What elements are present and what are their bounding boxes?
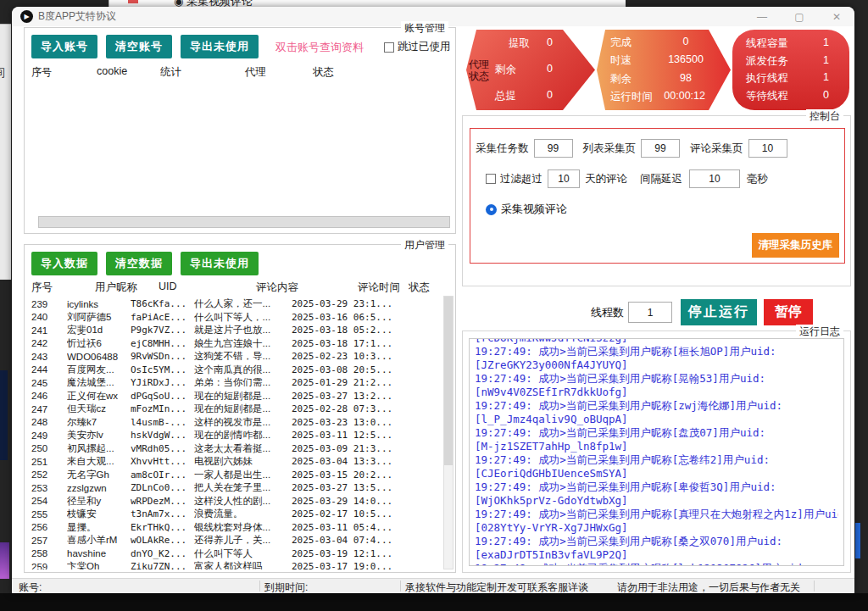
close-icon[interactable]: ✕ (831, 11, 843, 23)
account-column-header[interactable]: 统计 (160, 65, 245, 80)
filter-days-input[interactable]: 10 (548, 169, 580, 188)
thread-stat-row: 执行线程 1 (746, 71, 829, 86)
console-field-input[interactable]: 99 (534, 139, 573, 158)
table-row[interactable]: 253 zzslgzwn ZDLnCo0... 把人关在笼子里... 2025-… (31, 481, 442, 495)
table-row[interactable]: 252 无名字Gh am8cOIr... 一家人都是出生... 2025-03-… (31, 469, 442, 482)
console-settings-box: 采集任务数 99 列表采集页 99 评论采集页 10 (470, 128, 845, 264)
background-left-window-edge: 间 (0, 24, 11, 280)
background-fragment-blue (855, 523, 860, 558)
account-panel: 账号管理 导入账号清空账号导出未使用 双击账号查询资料 跳过已使用 序号cook… (24, 27, 456, 234)
table-row[interactable]: 242 忻过祆6 ejC8MHH... 娘生九宫连娘十... 2025-03-1… (31, 337, 442, 351)
checkbox-icon[interactable] (384, 42, 394, 53)
table-row[interactable]: 245 魔法城堡... YJiRDxJ... 弟弟：当你们需... 2025-0… (31, 376, 442, 390)
table-row[interactable]: 239 icylinks T86cKfa... 什么人家，还一... 2025-… (31, 297, 442, 311)
table-row[interactable]: 256 显擽。 EkrTHkQ... 银线枕套对身体... 2025-03-11… (31, 521, 442, 535)
maximize-icon[interactable]: ▢ (793, 11, 805, 23)
log-entry: 19:27:49: 成功>当前已采集到用户昵称[盘茂07]用户uid: [M-j… (475, 426, 838, 453)
table-row[interactable]: 257 喜感小羊rM wOLAkRe... 还得养儿子，关... 2025-03… (31, 534, 442, 547)
background-fragment-purple (0, 542, 9, 579)
scrollbar-thumb[interactable] (444, 297, 453, 465)
delay-input[interactable]: 10 (689, 169, 740, 188)
proxy-stat-row: 提取 0 (495, 36, 559, 51)
user-action-button[interactable]: 导入数据 (31, 252, 97, 275)
user-column-header[interactable]: 评论时间 (358, 281, 409, 295)
user-column-header[interactable]: 用户昵称 (95, 281, 159, 295)
user-column-header[interactable]: 评论内容 (256, 281, 358, 295)
table-row[interactable]: 243 WDO06488 9RvWSDn... 这狗笼不错，导... 2025-… (31, 350, 442, 364)
account-action-button[interactable]: 导出未使用 (181, 35, 259, 58)
console-field: 评论采集页 10 (690, 139, 787, 158)
stop-button[interactable]: 停止运行 (681, 299, 757, 325)
thread-stat-row: 派发任务 1 (746, 54, 829, 69)
status-contact-text: 承接软件与功能定制开发可联系客服详谈 (405, 580, 588, 593)
filter-suffix-label: 天的评论 (585, 172, 627, 186)
account-column-header[interactable]: 序号 (31, 65, 97, 80)
clear-history-button[interactable]: 清理采集历史库 (752, 233, 840, 258)
user-panel: 用户管理 导入数据清空数据导出未使用 序号用户昵称UID评论内容评论时间状态 2… (24, 244, 456, 573)
user-table-header: 序号用户昵称UID评论内容评论时间状态 (31, 281, 430, 295)
skip-used-checkbox[interactable]: 跳过已使用 (384, 40, 451, 54)
stats-banner: 代理 状态 提取 0 剩余 0 (466, 30, 849, 110)
table-row[interactable]: 255 枝镰安 t3nAm7x... 浪费流量。 2025-02-17 10:5… (31, 508, 442, 521)
account-column-header[interactable]: 代理 (245, 65, 313, 80)
table-row[interactable]: 244 百度网友... OsIc5YM... 这个南瓜真的很... 2025-0… (31, 364, 442, 377)
thread-stat-row: 线程容量 1 (746, 36, 829, 51)
user-panel-label: 用户管理 (401, 238, 448, 253)
console-field-input[interactable]: 10 (748, 139, 787, 158)
table-row[interactable]: 254 径呈和y wRPDezM... 这样没人性的剧... 2025-03-2… (31, 495, 442, 508)
user-column-header[interactable]: UID (159, 281, 256, 295)
table-row[interactable]: 246 正义何在wx dPGqSoU... 现在的短剧都是... 2025-03… (31, 390, 442, 403)
thread-count-input[interactable]: 1 (628, 302, 672, 323)
account-hint[interactable]: 双击账号查询资料 (275, 40, 364, 55)
console-field: 采集任务数 99 (476, 139, 573, 158)
table-row[interactable]: 258 havshine dnYO_K2... 什么叫下等人 2025-03-1… (31, 547, 442, 561)
progress-stat-row: 完成 0 (610, 36, 705, 50)
delay-group: 间隔延迟 10 毫秒 (640, 169, 768, 188)
table-row[interactable]: 248 尔臻k7 l4usmB-... 这样的视发市是... 2025-03-2… (31, 416, 442, 430)
status-separator (400, 580, 401, 592)
table-row[interactable]: 240 刘阿萨德5 faPiAcE... 什么叫下等人，... 2025-03-… (31, 311, 442, 325)
log-entry: 19:27:49: 成功>当前已采集到用户昵称[卑俊哲3Q]用户uid: [Wj… (475, 480, 838, 508)
account-action-button[interactable]: 清空账号 (106, 35, 172, 58)
console-field-input[interactable]: 99 (641, 139, 680, 158)
user-action-button[interactable]: 导出未使用 (181, 252, 259, 275)
status-separator (259, 580, 260, 592)
table-row[interactable]: 250 初风摞起... vMRdh05... 这老太太看着挺... 2025-0… (31, 442, 442, 456)
pause-button[interactable]: 暂停 (764, 299, 813, 325)
table-row[interactable]: 259 卞棠Oh Ziku7ZN... 富家人都这样吗 2025-03-17 1… (31, 560, 442, 569)
log-entry: 19:27:49: 成功>当前已采集到用户昵称[zwj海伦娜]用户uid: [l… (475, 399, 838, 426)
status-bar: 账号: 到期时间: 承接软件与功能定制开发可联系客服详谈 请勿用于非法用途，一切… (12, 578, 854, 593)
radio-label: 采集视频评论 (501, 202, 567, 217)
table-row[interactable]: 241 宏斐01d P9gk7VZ... 就是这片子也放... 2025-03-… (31, 324, 442, 337)
log-area[interactable]: [rcDUKjmiKwwJdTfCNiSzzg] 19:27:49: 成功>当前… (469, 338, 844, 566)
log-panel-label: 运行日志 (796, 325, 843, 339)
collect-video-comments-radio[interactable]: 采集视频评论 (486, 202, 567, 217)
log-entry: 19:27:49: 成功>当前已采集到用户昵称[桑之双070]用户uid: [e… (475, 535, 838, 562)
log-panel: 运行日志 [rcDUKjmiKwwJdTfCNiSzzg] 19:27:49: … (462, 330, 851, 573)
user-column-header[interactable]: 状态 (409, 281, 430, 295)
table-row[interactable]: 251 来自大观... XhvvHtt... 电视剧六姊妹 2025-03-04… (31, 455, 442, 469)
console-field: 列表采集页 99 (583, 139, 681, 158)
desktop-background: ◉ 采集视频评论 间 ▶ B度APP艾特协议 — ▢ ✕ 账号管理 导入账号清空… (0, 0, 868, 611)
user-vertical-scrollbar[interactable] (443, 296, 453, 569)
account-horizontal-scrollbar[interactable] (38, 216, 450, 228)
user-table-body: 239 icylinks T86cKfa... 什么人家，还一... 2025-… (31, 297, 442, 569)
filter-checkbox-icon[interactable] (486, 174, 496, 184)
minimize-icon[interactable]: — (756, 11, 768, 23)
table-row[interactable]: 249 美安亦lv hskVdgW... 现在的剧情咋都... 2025-03-… (31, 429, 442, 442)
account-column-header[interactable]: cookie (97, 65, 160, 80)
account-column-header[interactable]: 状态 (313, 65, 334, 80)
account-action-button[interactable]: 导入账号 (31, 35, 97, 58)
window-title: B度APP艾特协议 (38, 9, 116, 24)
background-fragment-navy (0, 370, 8, 460)
tab-bar: 采集管理 推送管理 网络设置 公告 关于 (470, 264, 480, 284)
table-row[interactable]: 247 但天瑞cz mFozMIn... 现在的短剧都是... 2025-02-… (31, 403, 442, 416)
app-icon: ▶ (20, 10, 33, 23)
proxy-stats-shape: 代理 状态 提取 0 剩余 0 (466, 30, 595, 110)
user-column-header[interactable]: 序号 (31, 281, 95, 295)
thread-stats-shape: 线程容量 1 派发任务 1 执行线程 1 (732, 30, 849, 110)
proxy-stat-row: 总提 0 (495, 89, 559, 103)
status-account-label: 账号: (19, 580, 42, 593)
user-action-button[interactable]: 清空数据 (106, 252, 172, 275)
radio-icon[interactable] (486, 204, 497, 215)
